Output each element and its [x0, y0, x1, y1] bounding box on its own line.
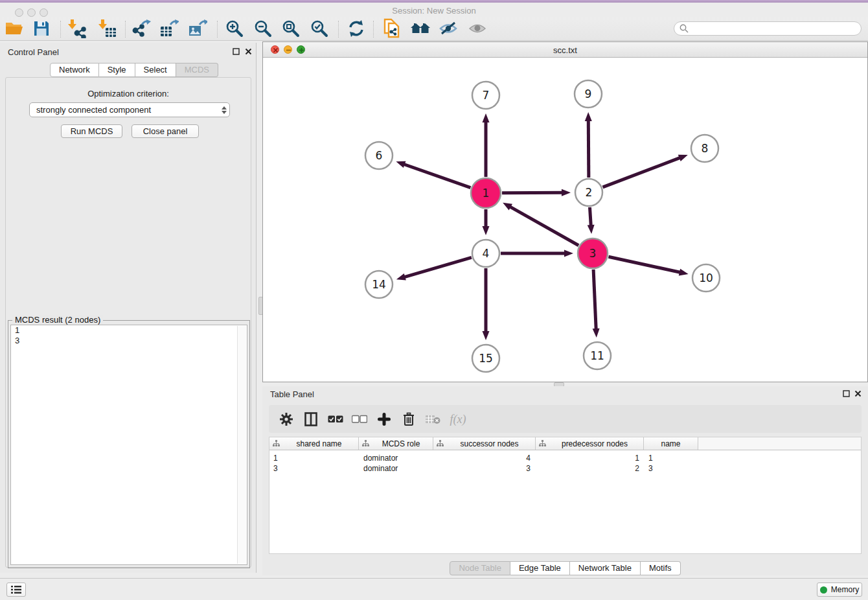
select-all-columns-button[interactable]: [326, 410, 345, 428]
export-network-button[interactable]: [129, 17, 154, 40]
zoom-out-button[interactable]: [251, 17, 275, 40]
tab-network[interactable]: Network: [50, 63, 99, 77]
table-panel-close-button[interactable]: [854, 390, 862, 397]
apply-style-refresh-button[interactable]: [344, 17, 369, 40]
open-session-button[interactable]: [2, 17, 27, 40]
tab-network-table[interactable]: Network Table: [570, 561, 641, 575]
graph-edge-2-3[interactable]: [589, 207, 591, 226]
delete-column-button[interactable]: [399, 410, 418, 428]
toolbar-separator: [373, 21, 374, 38]
show-graphics-details-button[interactable]: [465, 17, 490, 40]
zoom-in-icon: [225, 19, 244, 38]
function-builder-button-disabled: f(x): [445, 410, 471, 428]
graph-edge-1-6[interactable]: [404, 164, 471, 187]
network-window-titlebar[interactable]: scc.txt: [263, 42, 867, 58]
column-header-successor-nodes[interactable]: successor nodes: [433, 437, 536, 450]
column-header-shared-name[interactable]: shared name: [269, 437, 359, 450]
graph-edge-3-11[interactable]: [593, 270, 596, 330]
graph-edge-4-14[interactable]: [404, 257, 472, 277]
graph-edge-3-1[interactable]: [510, 207, 579, 246]
network-canvas[interactable]: 1234678910111415: [263, 58, 867, 382]
create-column-button[interactable]: [374, 410, 394, 428]
hide-graphics-details-button[interactable]: [436, 17, 461, 40]
tab-style[interactable]: Style: [99, 63, 135, 77]
export-network-icon: [131, 19, 151, 38]
mcds-result-item: 1: [11, 325, 247, 336]
cell-name[interactable]: 3: [648, 463, 653, 474]
show-all-networks-button[interactable]: [408, 17, 433, 40]
task-history-button[interactable]: [6, 583, 26, 597]
optimization-criterion-label: Optimization criterion:: [0, 89, 257, 98]
clone-network-icon: [382, 18, 402, 39]
selected-option-label: strongly connected component: [36, 105, 151, 115]
cell-name[interactable]: 1: [648, 453, 653, 463]
table-panel-float-button[interactable]: [843, 390, 850, 397]
graph-edge-2-8[interactable]: [603, 157, 681, 187]
save-session-button[interactable]: [29, 17, 54, 40]
toolbar-separator: [125, 21, 126, 38]
tab-motifs[interactable]: Motifs: [641, 561, 681, 575]
cell-successor-nodes[interactable]: 4: [433, 453, 531, 463]
column-header-mcds-role[interactable]: MCDS role: [359, 437, 433, 450]
tab-mcds[interactable]: MCDS: [176, 63, 218, 77]
cell-successor-nodes[interactable]: 3: [433, 463, 531, 474]
clone-network-button[interactable]: [380, 17, 404, 40]
show-column-panel-button[interactable]: [301, 410, 321, 428]
close-panel-button[interactable]: Close panel: [131, 124, 199, 138]
search-input[interactable]: [692, 23, 856, 34]
hierarchy-icon: [273, 440, 280, 447]
hierarchy-icon: [362, 440, 369, 447]
memory-status-button[interactable]: Memory: [817, 583, 862, 597]
graph-edge-3-10[interactable]: [608, 257, 680, 272]
graph-edge-arrowhead: [564, 250, 573, 257]
tab-edge-table[interactable]: Edge Table: [510, 561, 570, 575]
mcds-result-item: 3: [11, 336, 247, 346]
zoom-fit-button[interactable]: [279, 17, 303, 40]
cell-shared-name[interactable]: 3: [273, 463, 278, 474]
graph-node-label: 2: [586, 186, 593, 199]
import-network-button[interactable]: [65, 17, 89, 40]
optimization-criterion-select[interactable]: strongly connected component: [29, 102, 230, 117]
control-panel-float-button[interactable]: [233, 48, 240, 55]
graph-node-label: 15: [479, 352, 493, 365]
tab-select[interactable]: Select: [135, 63, 176, 77]
graph-edge-arrowhead: [396, 273, 406, 281]
graph-edge-arrowhead: [396, 161, 405, 168]
graph-node-label: 8: [702, 142, 709, 155]
memory-label: Memory: [831, 585, 859, 594]
cell-mcds-role[interactable]: dominator: [363, 453, 398, 463]
zoom-in-button[interactable]: [222, 17, 247, 40]
tab-node-table[interactable]: Node Table: [450, 561, 510, 575]
table-panel-title: Table Panel: [270, 389, 314, 399]
cell-predecessor-nodes[interactable]: 1: [536, 453, 639, 463]
toolbar-separator: [60, 21, 61, 38]
cell-predecessor-nodes[interactable]: 2: [536, 463, 639, 474]
unselect-all-columns-button[interactable]: [350, 410, 369, 428]
list-icon: [11, 585, 21, 594]
graph-edge-arrowhead: [678, 155, 688, 161]
zoom-selected-button[interactable]: [307, 17, 332, 40]
graph-edge-arrowhead: [588, 225, 595, 234]
fx-icon: f(x): [450, 413, 466, 426]
delete-table-button-disabled: [423, 410, 442, 428]
graph-edge-2-9[interactable]: [588, 120, 589, 178]
result-scrollbar[interactable]: [237, 326, 246, 564]
cell-mcds-role[interactable]: dominator: [363, 463, 398, 474]
export-image-button[interactable]: [185, 17, 210, 40]
run-mcds-button[interactable]: Run MCDS: [61, 124, 122, 138]
cell-shared-name[interactable]: 1: [273, 453, 278, 463]
table-settings-button[interactable]: [277, 410, 296, 428]
zoom-out-icon: [254, 19, 272, 38]
column-header-predecessor-nodes[interactable]: predecessor nodes: [536, 437, 644, 450]
mcds-result-list[interactable]: 1 3: [10, 325, 247, 565]
column-header-name[interactable]: name: [644, 437, 698, 450]
graph-node-label: 6: [376, 149, 383, 162]
network-search-box[interactable]: [674, 21, 862, 36]
graph-edge-1-2[interactable]: [502, 192, 563, 193]
import-table-button[interactable]: [95, 17, 120, 40]
zoom-selected-icon: [310, 19, 328, 38]
open-folder-icon: [5, 20, 24, 37]
control-panel-close-button[interactable]: [245, 48, 252, 55]
export-table-button[interactable]: [157, 17, 181, 40]
export-table-icon: [159, 19, 179, 38]
